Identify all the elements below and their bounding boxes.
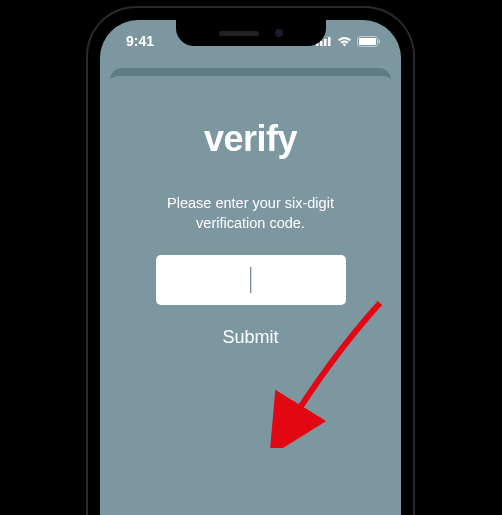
submit-button[interactable]: Submit <box>222 327 278 348</box>
svg-rect-5 <box>359 38 376 45</box>
battery-icon <box>357 36 381 47</box>
instruction-text: Please enter your six-digit verification… <box>130 194 371 233</box>
page-title: verify <box>130 118 371 160</box>
notch <box>176 20 326 46</box>
front-camera <box>275 29 283 37</box>
verify-sheet: verify Please enter your six-digit verif… <box>106 76 395 515</box>
status-time: 9:41 <box>126 33 154 49</box>
svg-rect-3 <box>328 37 331 46</box>
code-input-wrap[interactable] <box>156 255 346 305</box>
status-icons <box>316 36 381 47</box>
speaker-grille <box>219 31 259 36</box>
wifi-icon <box>337 36 352 47</box>
text-cursor <box>250 267 252 293</box>
phone-screen: 9:41 verify Please enter your six-digit … <box>100 20 401 515</box>
svg-rect-1 <box>320 41 323 46</box>
svg-rect-2 <box>324 39 327 46</box>
svg-rect-6 <box>379 39 381 43</box>
phone-frame: 9:41 verify Please enter your six-digit … <box>88 8 413 515</box>
